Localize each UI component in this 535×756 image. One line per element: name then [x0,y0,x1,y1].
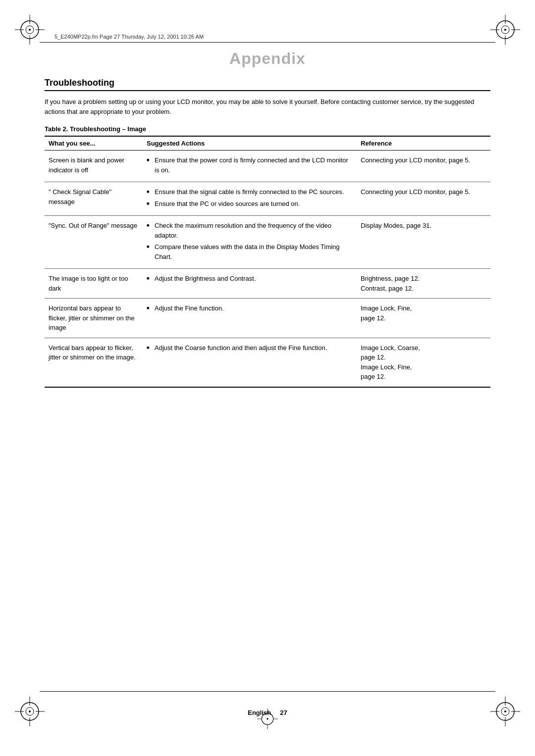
troubleshooting-table: What you see... Suggested Actions Refere… [45,136,490,388]
reg-mark-bc [255,706,280,731]
page-title: Appendix [45,50,490,68]
cell-what-2: "Sync. Out of Range" message [45,216,143,269]
section-title: Troubleshooting [45,78,490,91]
col-header-what: What you see... [45,136,143,151]
reg-mark-br [490,697,520,726]
cell-reference-2: Display Modes, page 31. [357,216,490,269]
action-item: Compare these values with the data in th… [147,242,353,261]
svg-point-23 [504,710,506,712]
action-item: Adjust the Fine function. [147,303,353,313]
col-header-reference: Reference [357,136,490,151]
action-item: Check the maximum resolution and the fre… [147,221,353,240]
cell-actions-0: Ensure that the power cord is firmly con… [143,151,357,182]
cell-reference-1: Connecting your LCD monitor, page 5. [357,182,490,216]
table-row: Vertical bars appear to flicker, jitter … [45,338,490,387]
col-header-actions: Suggested Actions [143,136,357,151]
cell-reference-3: Brightness, page 12.Contrast, page 12. [357,269,490,299]
svg-point-16 [29,710,31,712]
intro-paragraph: If you have a problem setting up or usin… [45,97,490,116]
table-caption: Table 2. Troubleshooting – Image [45,125,490,133]
reg-mark-bl [15,697,45,726]
cell-actions-3: Adjust the Brightness and Contrast. [143,269,357,299]
page: 5_E240MP22p.fm Page 27 Thursday, July 12… [0,0,535,756]
cell-what-3: The image is too light or too dark [45,269,143,299]
svg-point-29 [267,718,268,719]
cell-what-5: Vertical bars appear to flicker, jitter … [45,338,143,387]
main-content: Appendix Troubleshooting If you have a p… [45,50,490,388]
table-row: Screen is blank and power indicator is o… [45,151,490,182]
svg-point-2 [29,29,31,31]
action-item: Ensure that the power cord is firmly con… [147,155,353,175]
action-item: Adjust the Brightness and Contrast. [147,274,353,284]
svg-point-9 [504,29,506,31]
cell-what-0: Screen is blank and power indicator is o… [45,151,143,182]
cell-actions-4: Adjust the Fine function. [143,299,357,338]
cell-actions-5: Adjust the Coarse function and then adju… [143,338,357,387]
cell-reference-4: Image Lock, Fine,page 12. [357,299,490,338]
bottom-rule [40,691,495,692]
cell-actions-1: Ensure that the signal cable is firmly c… [143,182,357,216]
top-rule [40,42,495,43]
cell-reference-5: Image Lock, Coarse,page 12.Image Lock, F… [357,338,490,387]
table-row: Horizontal bars appear to flicker, jitte… [45,299,490,338]
table-row: "Sync. Out of Range" messageCheck the ma… [45,216,490,269]
cell-what-1: " Check Signal Cable" message [45,182,143,216]
header-file-info: 5_E240MP22p.fm Page 27 Thursday, July 12… [54,34,204,40]
table-row: The image is too light or too darkAdjust… [45,269,490,299]
cell-actions-2: Check the maximum resolution and the fre… [143,216,357,269]
action-item: Ensure that the PC or video sources are … [147,199,353,209]
cell-what-4: Horizontal bars appear to flicker, jitte… [45,299,143,338]
action-item: Adjust the Coarse function and then adju… [147,343,353,353]
footer-page-number: 27 [280,709,287,716]
reg-mark-tr [490,15,520,45]
cell-reference-0: Connecting your LCD monitor, page 5. [357,151,490,182]
action-item: Ensure that the signal cable is firmly c… [147,187,353,197]
table-row: " Check Signal Cable" messageEnsure that… [45,182,490,216]
reg-mark-tl [15,15,45,45]
